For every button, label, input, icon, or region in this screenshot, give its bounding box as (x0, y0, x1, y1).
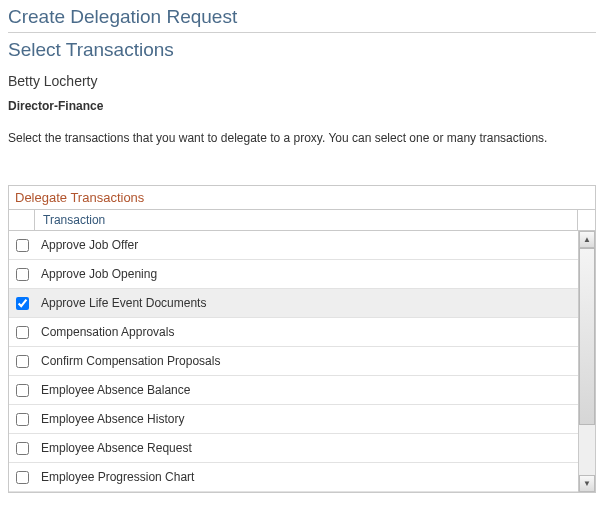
user-role: Director-Finance (8, 99, 596, 113)
page-title: Create Delegation Request (8, 6, 596, 28)
table-row: Employee Absence Request (9, 434, 578, 463)
scrollbar[interactable]: ▲ ▼ (578, 231, 595, 492)
table-row: Approve Job Opening (9, 260, 578, 289)
transaction-label: Employee Progression Chart (35, 470, 578, 484)
transaction-label: Approve Job Opening (35, 267, 578, 281)
grid-header-row: Transaction (9, 209, 595, 231)
transaction-checkbox[interactable] (16, 442, 29, 455)
scroll-up-button[interactable]: ▲ (579, 231, 595, 248)
row-checkbox-cell (9, 297, 35, 310)
row-checkbox-cell (9, 442, 35, 455)
transaction-checkbox[interactable] (16, 384, 29, 397)
transaction-checkbox[interactable] (16, 268, 29, 281)
table-row: Confirm Compensation Proposals (9, 347, 578, 376)
table-row: Employee Progression Chart (9, 463, 578, 492)
transaction-label: Confirm Compensation Proposals (35, 354, 578, 368)
table-row: Approve Job Offer (9, 231, 578, 260)
page-subtitle: Select Transactions (8, 39, 596, 61)
transaction-label: Approve Life Event Documents (35, 296, 578, 310)
user-name: Betty Locherty (8, 73, 596, 89)
row-checkbox-cell (9, 471, 35, 484)
grid-caption: Delegate Transactions (9, 186, 595, 209)
grid-header-transaction[interactable]: Transaction (35, 210, 578, 230)
divider (8, 32, 596, 33)
scroll-down-button[interactable]: ▼ (579, 475, 595, 492)
transaction-checkbox[interactable] (16, 471, 29, 484)
row-checkbox-cell (9, 239, 35, 252)
row-checkbox-cell (9, 268, 35, 281)
row-checkbox-cell (9, 355, 35, 368)
transaction-label: Employee Absence Request (35, 441, 578, 455)
row-checkbox-cell (9, 326, 35, 339)
instructions-text: Select the transactions that you want to… (8, 131, 596, 145)
table-row: Compensation Approvals (9, 318, 578, 347)
table-row: Approve Life Event Documents (9, 289, 578, 318)
transaction-checkbox[interactable] (16, 326, 29, 339)
transaction-checkbox[interactable] (16, 355, 29, 368)
table-row: Employee Absence Balance (9, 376, 578, 405)
grid-header-checkbox-col (9, 210, 35, 230)
grid-header-scroll-col (578, 210, 595, 230)
transaction-checkbox[interactable] (16, 239, 29, 252)
transaction-label: Compensation Approvals (35, 325, 578, 339)
row-checkbox-cell (9, 384, 35, 397)
scroll-thumb[interactable] (579, 248, 595, 425)
transaction-label: Employee Absence Balance (35, 383, 578, 397)
table-row: Employee Absence History (9, 405, 578, 434)
transaction-label: Employee Absence History (35, 412, 578, 426)
transaction-label: Approve Job Offer (35, 238, 578, 252)
delegate-transactions-grid: Delegate Transactions Transaction Approv… (8, 185, 596, 493)
transaction-checkbox[interactable] (16, 413, 29, 426)
row-checkbox-cell (9, 413, 35, 426)
transaction-checkbox[interactable] (16, 297, 29, 310)
scroll-track[interactable] (579, 248, 595, 475)
